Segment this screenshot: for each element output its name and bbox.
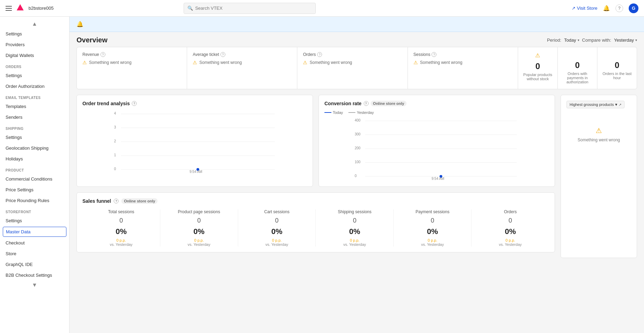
orders-help-icon[interactable]: ? — [317, 52, 322, 57]
metric-label-sessions: Sessions ? — [413, 52, 512, 57]
funnel-col-cart-sessions: Cart sessions 0 0% 0 p.p. vs. Yesterday — [238, 209, 316, 247]
legend-today: Today — [324, 110, 343, 115]
main-content: 🔔 Overview Period: Today ▾ Compare with:… — [70, 17, 644, 333]
orders-warning-icon: ⚠ — [303, 60, 307, 65]
svg-text:9:54 AM: 9:54 AM — [432, 177, 444, 180]
sidebar-scroll-up[interactable]: ▲ — [0, 19, 69, 28]
sidebar-item-geolocation-shipping[interactable]: Geolocation Shipping — [0, 143, 69, 153]
sidebar-section-product: PRODUCT — [0, 164, 69, 174]
popular-products-warning-icon: ⚠ — [522, 52, 553, 59]
legend-yesterday: Yesterday — [348, 110, 374, 115]
avg-ticket-warning-icon: ⚠ — [193, 60, 197, 65]
arrow-up-right-icon: ↗ — [572, 6, 575, 11]
chart-legend: Today Yesterday — [324, 110, 549, 115]
sidebar: ▲ Settings Providers Digital Wallets ORD… — [0, 17, 70, 333]
sidebar-item-senders[interactable]: Senders — [0, 112, 69, 123]
svg-text:300: 300 — [355, 132, 361, 136]
revenue-warning-icon: ⚠ — [82, 60, 87, 65]
metric-card-avg-ticket: Average ticket ? ⚠ Something went wrong — [187, 47, 297, 89]
compare-selector[interactable]: Yesterday ▾ — [614, 38, 637, 43]
metrics-row: Revenue ? ⚠ Something went wrong Average… — [77, 47, 637, 89]
sales-funnel-help-icon[interactable]: ? — [114, 199, 119, 203]
charts-row: Order trend analysis ? 4 3 2 1 0 — [77, 95, 555, 187]
svg-text:1: 1 — [114, 153, 116, 157]
sidebar-section-storefront: STOREFRONT — [0, 206, 69, 215]
charts-main: Order trend analysis ? 4 3 2 1 0 — [77, 95, 555, 258]
sidebar-item-store[interactable]: Store — [0, 248, 69, 259]
sidebar-section-email-templates: EMAIL TEMPLATES — [0, 92, 69, 101]
sidebar-item-graphql-ide[interactable]: GraphQL IDE — [0, 259, 69, 270]
metric-group: ⚠ 0 Popular products without stock 0 Ord… — [518, 47, 637, 89]
nav-right: ↗ Visit Store 🔔 ? G — [572, 3, 638, 13]
conversion-rate-title: Conversion rate ? Online store only — [324, 101, 549, 106]
highest-grossing-card: Highest grossing products ▾ ↗ ⚠ Somethin… — [561, 95, 637, 258]
sidebar-item-price-settings[interactable]: Price Settings — [0, 184, 69, 195]
metric-error-sessions: ⚠ Something went wrong — [413, 60, 512, 65]
spacer — [562, 52, 593, 58]
sidebar-item-commercial-conditions[interactable]: Commercial Conditions — [0, 174, 69, 184]
period-caret-icon: ▾ — [578, 38, 579, 42]
svg-text:2: 2 — [114, 139, 116, 143]
search-input[interactable] — [195, 6, 312, 11]
sidebar-item-templates[interactable]: Templates — [0, 101, 69, 112]
sidebar-item-master-data[interactable]: Master Data — [3, 227, 66, 237]
funnel-col-shipping-sessions: Shipping sessions 0 0% 0 p.p. vs. Yester… — [316, 209, 394, 247]
sidebar-item-digital-wallets[interactable]: Digital Wallets — [0, 50, 69, 61]
sidebar-item-checkout[interactable]: Checkout — [0, 238, 69, 248]
store-name: b2bstore005 — [29, 6, 54, 11]
svg-text:3: 3 — [114, 125, 116, 129]
period-controls: Period: Today ▾ Compare with: Yesterday … — [547, 38, 637, 43]
sidebar-item-holidays[interactable]: Holidays — [0, 153, 69, 164]
metric-label-revenue: Revenue ? — [82, 52, 181, 57]
funnel-col-total-sessions: Total sessions 0 0% 0 p.p. vs. Yesterday — [82, 209, 160, 247]
visit-store-button[interactable]: ↗ Visit Store — [572, 6, 597, 11]
sidebar-item-providers[interactable]: Providers — [0, 39, 69, 50]
conversion-rate-card: Conversion rate ? Online store only Toda… — [319, 95, 555, 187]
order-trend-chart: 4 3 2 1 0 — [82, 110, 307, 173]
sidebar-item-price-rounding-rules[interactable]: Price Rounding Rules — [0, 195, 69, 206]
sidebar-scroll-down[interactable]: ▼ — [0, 281, 69, 290]
sidebar-section-orders: ORDERS — [0, 61, 69, 70]
svg-text:0: 0 — [114, 167, 116, 171]
legend-today-line — [324, 112, 331, 113]
main-layout: ▲ Settings Providers Digital Wallets ORD… — [0, 17, 644, 333]
metric-sub-orders-last-hour: 0 Orders in the last hour — [597, 47, 637, 89]
svg-text:9:54 AM: 9:54 AM — [190, 170, 202, 173]
legend-yesterday-line — [348, 112, 355, 113]
sidebar-item-orders-settings[interactable]: Settings — [0, 70, 69, 81]
charts-section: Order trend analysis ? 4 3 2 1 0 — [77, 95, 637, 258]
sidebar-item-b2b-checkout-settings[interactable]: B2B Checkout Settings — [0, 270, 69, 281]
svg-text:200: 200 — [355, 146, 361, 150]
metric-error-orders: ⚠ Something went wrong — [303, 60, 402, 65]
revenue-help-icon[interactable]: ? — [100, 52, 105, 57]
compare-label: Compare with: — [582, 38, 611, 43]
conversion-rate-help-icon[interactable]: ? — [364, 101, 369, 106]
page-title: Overview — [77, 36, 107, 44]
svg-text:400: 400 — [355, 118, 361, 122]
avg-ticket-help-icon[interactable]: ? — [220, 52, 225, 57]
sidebar-item-shipping-settings[interactable]: Settings — [0, 132, 69, 143]
period-selector[interactable]: Today ▾ — [564, 38, 579, 43]
notifications-icon[interactable]: 🔔 — [603, 5, 610, 12]
period-label: Period: — [547, 38, 561, 43]
metric-label-orders: Orders ? — [303, 52, 402, 57]
sidebar-item-settings-top[interactable]: Settings — [0, 28, 69, 39]
hamburger-icon[interactable] — [6, 6, 12, 11]
highest-grossing-dropdown[interactable]: Highest grossing products ▾ ↗ — [566, 101, 625, 108]
dropdown-caret-icon: ▾ — [615, 102, 617, 107]
sidebar-item-order-authorization[interactable]: Order Authorization — [0, 81, 69, 92]
metric-card-orders: Orders ? ⚠ Something went wrong — [297, 47, 408, 89]
order-trend-help-icon[interactable]: ? — [132, 101, 137, 106]
avatar[interactable]: G — [629, 3, 638, 13]
sidebar-item-storefront-settings[interactable]: Settings — [0, 215, 69, 226]
spacer2 — [602, 52, 633, 58]
highest-grossing-error: ⚠ Something went wrong — [566, 113, 631, 156]
conversion-rate-chart: 400 300 200 100 0 — [324, 117, 549, 180]
sales-funnel-card: Sales funnel ? Online store only Total s… — [77, 192, 555, 252]
notification-bar: 🔔 — [70, 17, 644, 32]
help-icon[interactable]: ? — [615, 5, 623, 12]
highest-grossing-header: Highest grossing products ▾ ↗ — [566, 101, 631, 108]
sessions-help-icon[interactable]: ? — [432, 52, 436, 57]
sessions-warning-icon: ⚠ — [413, 60, 418, 65]
sidebar-section-shipping: SHIPPING — [0, 123, 69, 132]
